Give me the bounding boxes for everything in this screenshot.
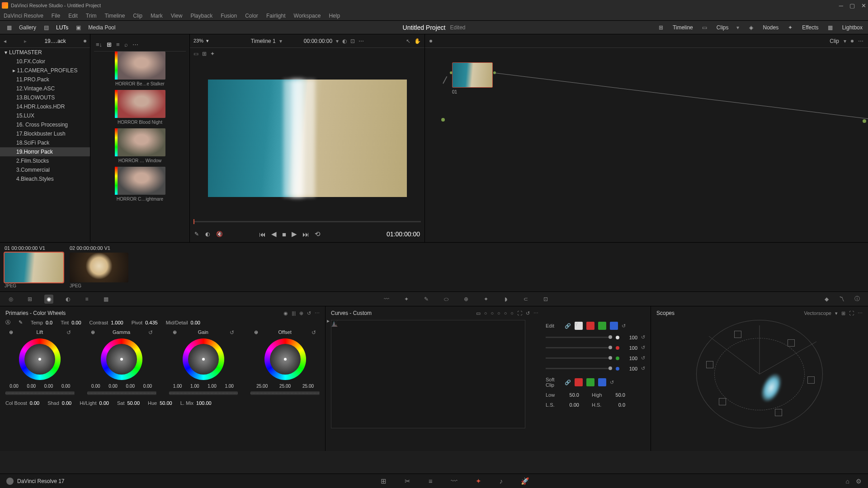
timeline-icon[interactable]: ⊞ xyxy=(657,24,665,31)
menu-view[interactable]: View xyxy=(171,13,183,19)
sc-g-chip[interactable] xyxy=(586,378,594,386)
wheel-val[interactable]: 0.00 xyxy=(27,384,36,389)
folder-item[interactable]: 15.LUX xyxy=(0,111,90,120)
lightbox-button[interactable]: Lightbox xyxy=(842,24,863,31)
node-editor[interactable]: Clip▾ ⋯ 01 xyxy=(425,34,868,242)
luts-button[interactable]: LUTs xyxy=(56,24,68,31)
cut-page-icon[interactable]: ✂ xyxy=(405,477,410,485)
curve-mode-icon[interactable]: ▭ xyxy=(476,310,481,316)
menu-timeline[interactable]: Timeline xyxy=(104,13,125,19)
nodes-button[interactable]: Nodes xyxy=(763,24,778,31)
clips-button[interactable]: Clips xyxy=(717,24,729,31)
menu-trim[interactable]: Trim xyxy=(86,13,97,19)
folder-item[interactable]: 4.Bleach.Styles xyxy=(0,174,90,183)
deliver-page-icon[interactable]: 🚀 xyxy=(521,477,529,485)
sort-icon[interactable]: ≡↓ xyxy=(96,41,102,48)
adj-value[interactable]: 50.00 xyxy=(160,400,172,406)
curve-graph[interactable]: ▸ xyxy=(331,320,525,428)
folder-item[interactable]: 12.Vintage.ASC xyxy=(0,84,90,93)
wheel-val[interactable]: 1.00 xyxy=(225,384,233,389)
tree-root-folder[interactable]: ▾ LUTMASTER xyxy=(0,48,90,57)
master-wheel[interactable] xyxy=(87,391,156,395)
luts-icon[interactable]: ▤ xyxy=(42,24,50,31)
key-icon[interactable]: ⊂ xyxy=(521,295,530,304)
magic-mask-icon[interactable]: ✦ xyxy=(481,295,491,304)
sc-b-chip[interactable] xyxy=(598,378,606,386)
color-wheel[interactable] xyxy=(19,338,61,380)
wheel-val[interactable]: 1.00 xyxy=(173,384,182,389)
wheel-picker-icon[interactable]: ⊕ xyxy=(173,329,177,336)
scope-options-icon[interactable]: ⋯ xyxy=(858,310,863,316)
minimize-icon[interactable]: ─ xyxy=(839,2,843,9)
folder-item[interactable]: 19.Horror Pack xyxy=(0,147,90,156)
mute-icon[interactable]: 🔇 xyxy=(216,231,223,237)
unmix-icon[interactable]: ◐ xyxy=(205,231,210,237)
clip-mode-label[interactable]: Clip xyxy=(830,38,839,44)
curve-mode-icon[interactable]: ○ xyxy=(497,310,500,316)
node-output-green[interactable] xyxy=(863,119,866,123)
wheel-val[interactable]: 25.00 xyxy=(302,384,314,389)
channel-g-chip[interactable] xyxy=(598,322,606,330)
channel-slider[interactable] xyxy=(546,337,612,338)
channel-reset-icon[interactable]: ↺ xyxy=(641,355,645,361)
wheel-val[interactable]: 0.00 xyxy=(91,384,100,389)
timeline-button[interactable]: Timeline xyxy=(673,24,693,31)
sc-r-chip[interactable] xyxy=(575,378,583,386)
fit-icon[interactable]: ⊡ xyxy=(350,38,355,44)
auto-balance-icon[interactable]: Ⓐ xyxy=(5,319,10,326)
master-wheel[interactable] xyxy=(5,391,75,395)
user-icon[interactable] xyxy=(6,478,14,485)
wheel-val[interactable]: 1.00 xyxy=(208,384,216,389)
channel-reset-icon[interactable]: ↺ xyxy=(641,345,645,351)
wheel-picker-icon[interactable]: ⊕ xyxy=(254,329,258,336)
picker-icon[interactable]: ✎ xyxy=(194,231,199,237)
expand-icon[interactable]: ⛶ xyxy=(517,310,522,316)
wheel-val[interactable]: 0.00 xyxy=(44,384,53,389)
menu-color[interactable]: Color xyxy=(245,13,258,19)
clip-thumb[interactable] xyxy=(5,253,63,282)
curve-mode-icon[interactable]: ○ xyxy=(484,310,487,316)
menu-help[interactable]: Help xyxy=(329,13,340,19)
wheel-val[interactable]: 0.00 xyxy=(143,384,152,389)
reset-icon[interactable]: ↺ xyxy=(526,310,530,316)
timeline-dropdown-icon[interactable]: ▾ xyxy=(279,38,282,44)
mediapool-button[interactable]: Media Pool xyxy=(88,24,115,31)
color-match-icon[interactable]: ⊞ xyxy=(25,295,34,304)
media-page-icon[interactable]: ⊞ xyxy=(381,477,387,485)
gallery-icon[interactable]: ▦ xyxy=(5,24,13,31)
wheel-val[interactable]: 1.00 xyxy=(190,384,199,389)
mediapool-icon[interactable]: ▣ xyxy=(75,24,82,31)
options-icon[interactable]: ⋯ xyxy=(132,41,138,48)
pointer-icon[interactable]: ↖ xyxy=(406,38,410,44)
grid-view-icon[interactable]: ⊞ xyxy=(107,41,112,48)
menu-fairlight[interactable]: Fairlight xyxy=(266,13,286,19)
playhead[interactable] xyxy=(193,219,194,224)
lut-item[interactable]: HORROR Be…e Stalker xyxy=(94,52,186,86)
color-wheel[interactable] xyxy=(264,338,306,380)
stop-icon[interactable]: ■ xyxy=(282,230,286,238)
menu-clip[interactable]: Clip xyxy=(133,13,142,19)
search-icon[interactable]: ⌕ xyxy=(124,41,128,48)
contrast-value[interactable]: 1.000 xyxy=(111,320,123,325)
channel-value[interactable]: 100 xyxy=(623,335,637,340)
scope-dropdown-icon[interactable]: ▾ xyxy=(835,310,838,316)
scope-layout-icon[interactable]: ⊞ xyxy=(841,310,845,316)
wheel-val[interactable]: 0.00 xyxy=(61,384,70,389)
tc-dropdown-icon[interactable]: ▾ xyxy=(336,38,339,44)
folder-item[interactable]: 11.PRO.Pack xyxy=(0,75,90,84)
last-frame-icon[interactable]: ⏭ xyxy=(302,230,309,238)
tint-value[interactable]: 0.00 xyxy=(71,320,81,325)
lightbox-icon[interactable]: ▦ xyxy=(827,24,834,31)
maximize-icon[interactable]: ▢ xyxy=(849,2,855,9)
info-icon[interactable]: ⓘ xyxy=(853,295,862,304)
wheel-val[interactable]: 0.00 xyxy=(126,384,134,389)
folder-item[interactable]: 3.Commercial xyxy=(0,165,90,174)
channel-b-chip[interactable] xyxy=(610,322,618,330)
menu-fusion[interactable]: Fusion xyxy=(221,13,237,19)
menu-davinciresolve[interactable]: DaVinci Resolve xyxy=(4,13,43,19)
folder-item[interactable]: 18.SciFi Pack xyxy=(0,138,90,147)
wheels-icon[interactable]: ◉ xyxy=(44,295,53,304)
play-icon[interactable]: ▶ xyxy=(292,230,297,238)
first-frame-icon[interactable]: ⏮ xyxy=(259,230,266,238)
channel-slider[interactable] xyxy=(546,368,612,369)
